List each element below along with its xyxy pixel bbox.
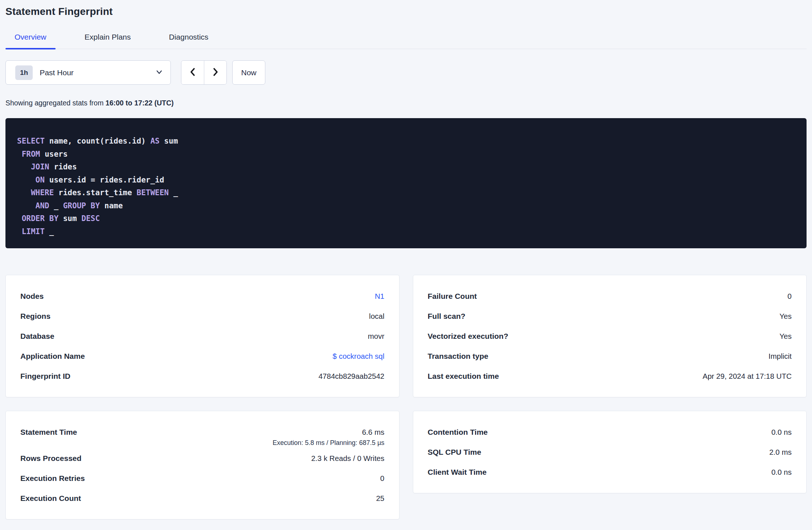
sql-text: _ xyxy=(45,227,54,236)
sql-keyword: AS xyxy=(150,137,160,145)
details-cards-grid: NodesN1RegionslocalDatabasemovrApplicati… xyxy=(5,275,807,519)
kv-label: SQL CPU Time xyxy=(428,448,481,457)
statement-fingerprint-page: Statement Fingerprint OverviewExplain Pl… xyxy=(0,6,812,519)
kv-row: Execution Retries0 xyxy=(20,468,385,488)
sql-keyword: FROM xyxy=(22,150,40,158)
kv-value: 0 xyxy=(788,292,792,301)
sql-keyword: LIMIT xyxy=(22,227,45,236)
sql-keyword: ORDER BY xyxy=(22,214,59,223)
aggregated-stats-summary: Showing aggregated stats from 16:00 to 1… xyxy=(5,99,807,107)
sql-statement-box: SELECT name, count(rides.id) AS sum FROM… xyxy=(5,118,807,248)
kv-value: movr xyxy=(368,332,385,341)
kv-row: Fingerprint ID4784cb829aab2542 xyxy=(20,366,385,386)
sql-keyword: JOIN xyxy=(31,162,49,171)
kv-value: 0.0 ns xyxy=(771,468,792,477)
kv-label: Failure Count xyxy=(428,292,477,301)
kv-value: 2.0 ms xyxy=(769,448,792,457)
kv-row: Client Wait Time0.0 ns xyxy=(428,462,792,482)
kv-row: Vectorized execution?Yes xyxy=(428,326,792,346)
summary-time-range: 16:00 to 17:22 (UTC) xyxy=(105,99,173,107)
sql-text: rides xyxy=(49,162,77,171)
sql-text: sum xyxy=(160,137,178,145)
time-range-badge: 1h xyxy=(15,65,33,80)
execution-attributes-card: Failure Count0Full scan?YesVectorized ex… xyxy=(413,275,807,397)
kv-label: Transaction type xyxy=(428,352,489,361)
sql-text: rides.start_time xyxy=(54,188,137,197)
kv-value: local xyxy=(369,312,384,321)
kv-label: Nodes xyxy=(20,292,44,301)
sql-statement: SELECT name, count(rides.id) AS sum FROM… xyxy=(17,135,795,238)
kv-value: 0.0 ns xyxy=(771,428,792,437)
sql-keyword: AND xyxy=(36,201,49,210)
kv-row: Regionslocal xyxy=(20,306,385,326)
kv-label: Full scan? xyxy=(428,312,466,321)
tab-bar: OverviewExplain PlansDiagnostics xyxy=(5,33,807,49)
kv-label: Regions xyxy=(20,312,51,321)
kv-label: Vectorized execution? xyxy=(428,332,508,341)
kv-value-link[interactable]: N1 xyxy=(375,292,384,301)
kv-value: 0 xyxy=(380,474,384,483)
kv-value: 25 xyxy=(376,494,385,503)
sql-text xyxy=(17,214,22,223)
kv-label: Fingerprint ID xyxy=(20,372,71,381)
sql-keyword: DESC xyxy=(81,214,100,223)
tab-explain-plans[interactable]: Explain Plans xyxy=(76,33,140,49)
kv-row: Execution Count25 xyxy=(20,488,385,508)
sql-keyword: SELECT xyxy=(17,137,45,145)
kv-label: Database xyxy=(20,332,54,341)
kv-subvalue: Execution: 5.8 ms / Planning: 687.5 µs xyxy=(20,439,385,448)
time-range-label: Past Hour xyxy=(40,68,155,77)
sql-text: users xyxy=(40,150,68,158)
kv-row: SQL CPU Time2.0 ms xyxy=(428,442,792,462)
sql-text: users.id = rides.rider_id xyxy=(45,176,164,184)
kv-value: 2.3 k Reads / 0 Writes xyxy=(311,454,384,463)
kv-value: 6.6 ms xyxy=(362,428,385,437)
kv-row: Last execution timeApr 29, 2024 at 17:18… xyxy=(428,366,792,386)
sql-text xyxy=(17,201,36,210)
time-arrow-group xyxy=(181,60,227,85)
sql-text: _ xyxy=(49,201,63,210)
kv-row: Transaction typeImplicit xyxy=(428,346,792,366)
kv-value: Yes xyxy=(780,332,792,341)
kv-value: 4784cb829aab2542 xyxy=(318,372,384,381)
page-title: Statement Fingerprint xyxy=(5,6,807,17)
chevron-left-icon xyxy=(188,67,197,78)
kv-label: Client Wait Time xyxy=(428,468,487,477)
kv-value: Yes xyxy=(780,312,792,321)
now-button[interactable]: Now xyxy=(232,60,265,85)
prev-time-button[interactable] xyxy=(181,61,204,84)
sql-text: _ xyxy=(169,188,178,197)
sql-keyword: WHERE xyxy=(31,188,54,197)
kv-row: Application Name$ cockroach sql xyxy=(20,346,385,366)
summary-prefix: Showing aggregated stats from xyxy=(5,99,105,107)
tab-diagnostics[interactable]: Diagnostics xyxy=(160,33,218,49)
time-toolbar: 1h Past Hour Now xyxy=(5,60,807,85)
time-range-select[interactable]: 1h Past Hour xyxy=(5,60,171,85)
sql-text: name xyxy=(100,201,123,210)
sql-text: sum xyxy=(59,214,81,223)
wait-time-card: Contention Time0.0 nsSQL CPU Time2.0 msC… xyxy=(413,411,807,493)
sql-text xyxy=(17,176,36,184)
sql-text: name, count(rides.id) xyxy=(45,137,150,145)
kv-row: Rows Processed2.3 k Reads / 0 Writes xyxy=(20,448,385,468)
sql-keyword: GROUP BY xyxy=(63,201,100,210)
sql-text xyxy=(17,227,22,236)
kv-label: Last execution time xyxy=(428,372,499,381)
chevron-down-icon xyxy=(155,68,163,77)
statement-timing-card: Statement Time6.6 msExecution: 5.8 ms / … xyxy=(5,411,399,519)
kv-row: Failure Count0 xyxy=(428,286,792,306)
sql-keyword: ON xyxy=(36,176,45,184)
kv-label: Statement Time xyxy=(20,428,77,437)
chevron-right-icon xyxy=(211,67,220,78)
kv-row: NodesN1 xyxy=(20,286,385,306)
statement-details-card: NodesN1RegionslocalDatabasemovrApplicati… xyxy=(5,275,399,397)
kv-label: Application Name xyxy=(20,352,85,361)
sql-keyword: BETWEEN xyxy=(137,188,169,197)
kv-value: Apr 29, 2024 at 17:18 UTC xyxy=(703,372,792,381)
kv-label: Execution Count xyxy=(20,494,81,503)
tab-overview[interactable]: Overview xyxy=(5,33,56,49)
kv-value-link[interactable]: $ cockroach sql xyxy=(333,352,384,361)
next-time-button[interactable] xyxy=(204,61,226,84)
kv-label: Execution Retries xyxy=(20,474,85,483)
sql-text xyxy=(17,162,31,171)
